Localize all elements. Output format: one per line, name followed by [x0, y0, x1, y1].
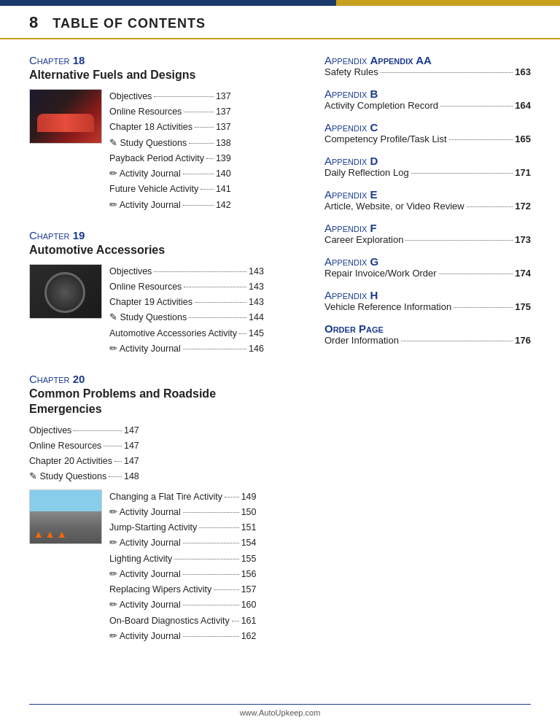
chapter-19-toc: Objectives143 Online Resources143 Chapte… [109, 264, 264, 357]
page-header: 8 Table of Contents [0, 6, 560, 39]
chapter-18-section: Chapter Chapter 1818 Alternative Fuels a… [29, 54, 295, 213]
list-item: Chapter 19 Activities143 [109, 295, 264, 310]
list-item: Chapter 20 Activities147 [29, 454, 139, 469]
chapter-18-subtitle: Alternative Fuels and Designs [29, 68, 295, 83]
page-number: 8 [29, 13, 38, 32]
chapter-20-toc-bottom: Changing a Flat Tire Activity149 ✏ Activ… [109, 489, 257, 645]
appendix-c-row: Competency Profile/Task List 165 [324, 133, 531, 144]
list-item: Automotive Accessories Activity145 [109, 326, 264, 341]
list-item: Chapter 18 Activities137 [109, 120, 231, 135]
list-item: ✏ Activity Journal154 [109, 535, 257, 551]
chapter-18-toc: Objectives137 Online Resources137 Chapte… [109, 89, 231, 213]
list-item: Objectives143 [109, 264, 264, 279]
chapter-18-label: Chapter Chapter 1818 [29, 54, 295, 66]
chapter-19-subtitle: Automotive Accessories [29, 243, 295, 258]
content-area: Chapter Chapter 1818 Alternative Fuels a… [0, 39, 560, 675]
appendix-h-row: Vehicle Reference Information 175 [324, 301, 531, 312]
chapter-18-image [29, 89, 102, 144]
order-page-section: Order Page Order Information 176 [324, 322, 531, 346]
chapter-20-toc-top: Objectives147 Online Resources147 Chapte… [29, 423, 139, 485]
chapter-19-label: Chapter 19 [29, 229, 295, 241]
list-item: ✏ Activity Journal156 [109, 567, 257, 582]
appendix-a-row: Safety Rules 163 [324, 66, 531, 77]
list-item: Future Vehicle Activity141 [109, 182, 231, 197]
list-item: ✏ Activity Journal146 [109, 341, 264, 357]
list-item: ✎ Study Questions148 [29, 469, 139, 484]
chapter-20-content: Objectives147 Online Resources147 Chapte… [29, 423, 295, 488]
chapter-19-content: Objectives143 Online Resources143 Chapte… [29, 264, 295, 357]
appendix-g-row: Repair Invoice/Work Order 174 [324, 268, 531, 279]
list-item: ✎ Study Questions144 [109, 310, 264, 325]
list-item: Online Resources147 [29, 438, 139, 454]
footer-url: www.AutoUpkeep.com [240, 708, 321, 717]
appendix-d: Appendix D Daily Reflection Log 171 [324, 155, 531, 178]
chapter-18-content: Objectives137 Online Resources137 Chapte… [29, 89, 295, 213]
right-column: Appendix Appendix AA Safety Rules 163 Ap… [317, 54, 531, 660]
list-item: ✎ Study Questions138 [109, 136, 231, 151]
appendix-f: Appendix F Career Exploration 173 [324, 222, 531, 245]
list-item: Replacing Wipers Activity157 [109, 582, 257, 597]
appendix-a: Appendix Appendix AA Safety Rules 163 [324, 54, 531, 77]
list-item: Objectives147 [29, 423, 139, 438]
appendix-e: Appendix E Article, Website, or Video Re… [324, 188, 531, 212]
top-bar [0, 0, 560, 6]
list-item: Objectives137 [109, 89, 231, 104]
appendix-g: Appendix G Repair Invoice/Work Order 174 [324, 255, 531, 279]
page-title: Table of Contents [52, 16, 206, 31]
list-item: Online Resources143 [109, 279, 264, 295]
appendix-e-row: Article, Website, or Video Review 172 [324, 201, 531, 212]
list-item: Payback Period Activity139 [109, 151, 231, 166]
appendix-b-row: Activity Completion Record 164 [324, 100, 531, 111]
list-item: Jump-Starting Activity151 [109, 520, 257, 535]
list-item: ✏ Activity Journal140 [109, 166, 231, 182]
appendix-f-row: Career Exploration 173 [324, 234, 531, 245]
order-row: Order Information 176 [324, 335, 531, 346]
list-item: Changing a Flat Tire Activity149 [109, 489, 257, 505]
left-column: Chapter Chapter 1818 Alternative Fuels a… [29, 54, 295, 660]
list-item: ✏ Activity Journal160 [109, 597, 257, 613]
appendix-h: Appendix H Vehicle Reference Information… [324, 289, 531, 312]
chapter-19-image [29, 264, 102, 319]
appendix-c: Appendix C Competency Profile/Task List … [324, 121, 531, 144]
chapter-19-section: Chapter 19 Automotive Accessories Object… [29, 229, 295, 357]
chapter-20-image [29, 489, 102, 544]
chapter-20-label: Chapter 20 [29, 373, 295, 385]
chapter-20-subtitle: Common Problems and RoadsideEmergencies [29, 387, 295, 417]
list-item: ✏ Activity Journal162 [109, 629, 257, 644]
appendix-a-label: Appendix Appendix AA [324, 54, 531, 66]
list-item: ✏ Activity Journal150 [109, 505, 257, 520]
chapter-20-content-lower: Changing a Flat Tire Activity149 ✏ Activ… [29, 489, 295, 645]
chapter-20-section: Chapter 20 Common Problems and RoadsideE… [29, 373, 295, 644]
appendix-b: Appendix B Activity Completion Record 16… [324, 88, 531, 111]
footer-line [29, 704, 531, 705]
footer: www.AutoUpkeep.com [0, 704, 560, 717]
list-item: Lighting Activity155 [109, 551, 257, 567]
list-item: On-Board Diagnostics Activity161 [109, 613, 257, 629]
appendix-d-row: Daily Reflection Log 171 [324, 167, 531, 178]
list-item: ✏ Activity Journal142 [109, 198, 231, 213]
list-item: Online Resources137 [109, 104, 231, 120]
